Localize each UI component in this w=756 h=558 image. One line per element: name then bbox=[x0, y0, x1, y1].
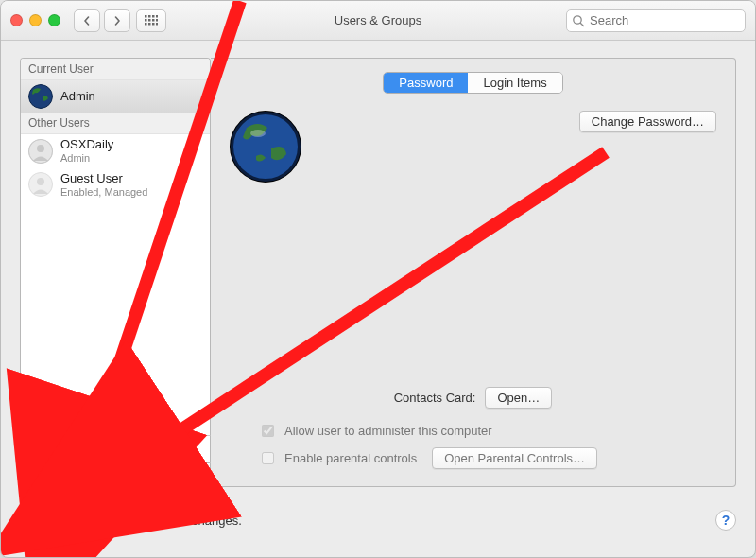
sidebar-toolbar bbox=[20, 462, 211, 487]
user-label: OSXDaily Admin bbox=[60, 138, 113, 165]
show-all-button[interactable] bbox=[136, 9, 166, 32]
help-icon: ? bbox=[722, 513, 730, 528]
tab-password[interactable]: Password bbox=[384, 73, 468, 93]
window-body: Current User Admin Other Users bbox=[1, 41, 755, 557]
user-label: Guest User Enabled, Managed bbox=[60, 172, 147, 199]
user-label: Admin bbox=[60, 90, 95, 104]
annotation-highlight-box bbox=[20, 498, 60, 542]
lock-hint-text: Click the lock to make changes. bbox=[69, 514, 242, 528]
earth-icon bbox=[230, 111, 301, 183]
window-controls bbox=[10, 14, 60, 26]
search-input[interactable] bbox=[566, 9, 746, 32]
main-pane: Password Login Items bbox=[211, 58, 736, 487]
footer: Click the lock to make changes. ? bbox=[20, 487, 736, 546]
change-password-button[interactable]: Change Password… bbox=[579, 111, 716, 132]
svg-point-31 bbox=[250, 130, 266, 137]
help-button[interactable]: ? bbox=[715, 510, 736, 531]
svg-rect-4 bbox=[145, 19, 147, 22]
svg-line-27 bbox=[138, 478, 139, 479]
user-subtitle: Enabled, Managed bbox=[60, 186, 147, 199]
svg-point-20 bbox=[139, 472, 145, 478]
nav-group bbox=[74, 9, 130, 32]
parental-checkbox-label: Enable parental controls bbox=[284, 451, 417, 465]
titlebar: Users & Groups bbox=[1, 1, 755, 41]
admin-checkbox[interactable] bbox=[262, 425, 274, 437]
svg-point-30 bbox=[233, 114, 298, 179]
svg-rect-6 bbox=[152, 19, 155, 22]
remove-user-button[interactable] bbox=[49, 463, 77, 486]
svg-rect-5 bbox=[148, 19, 151, 22]
lock-icon[interactable] bbox=[29, 507, 50, 533]
add-user-button[interactable] bbox=[21, 463, 49, 486]
preferences-window: Users & Groups Current User Admin bbox=[0, 0, 756, 558]
admin-checkbox-label: Allow user to administer this computer bbox=[284, 424, 492, 438]
grid-icon bbox=[145, 15, 158, 26]
svg-rect-11 bbox=[156, 23, 158, 26]
contacts-card-label: Contacts Card: bbox=[394, 391, 476, 405]
user-name: Guest User bbox=[60, 172, 147, 186]
avatar-placeholder-icon bbox=[28, 139, 53, 164]
avatar-earth-icon bbox=[28, 84, 53, 109]
tab-login-items[interactable]: Login Items bbox=[468, 73, 561, 93]
svg-line-13 bbox=[580, 23, 583, 26]
gear-dropdown-icon bbox=[136, 468, 151, 481]
user-row[interactable]: OSXDaily Admin bbox=[21, 134, 210, 168]
chevron-left-icon bbox=[82, 16, 92, 26]
parental-checkbox-row: Enable parental controls Open Parental C… bbox=[258, 447, 716, 469]
tab-bar: Password Login Items bbox=[383, 72, 562, 94]
svg-line-25 bbox=[138, 471, 139, 472]
user-row-current[interactable]: Admin bbox=[21, 80, 210, 113]
user-subtitle: Admin bbox=[60, 152, 113, 165]
close-window-button[interactable] bbox=[10, 14, 23, 26]
search-icon bbox=[572, 14, 585, 27]
svg-rect-8 bbox=[145, 23, 147, 26]
svg-point-19 bbox=[37, 178, 44, 185]
user-list: Current User Admin Other Users bbox=[20, 58, 211, 435]
house-icon bbox=[28, 442, 43, 457]
minimize-window-button[interactable] bbox=[29, 14, 42, 26]
user-row[interactable]: Guest User Enabled, Managed bbox=[21, 168, 210, 202]
svg-rect-2 bbox=[152, 15, 155, 18]
svg-rect-32 bbox=[31, 518, 48, 532]
back-button[interactable] bbox=[74, 9, 100, 32]
svg-rect-10 bbox=[152, 23, 155, 26]
svg-rect-9 bbox=[148, 23, 151, 26]
svg-rect-3 bbox=[156, 15, 158, 18]
avatar-placeholder-icon bbox=[28, 172, 53, 197]
user-picture[interactable] bbox=[230, 111, 301, 183]
svg-line-28 bbox=[145, 471, 146, 472]
users-sidebar: Current User Admin Other Users bbox=[20, 58, 211, 487]
forward-button[interactable] bbox=[104, 9, 130, 32]
open-parental-controls-button[interactable]: Open Parental Controls… bbox=[432, 447, 597, 469]
minus-icon bbox=[58, 469, 69, 480]
plus-icon bbox=[29, 469, 41, 480]
open-contacts-button[interactable]: Open… bbox=[485, 387, 552, 409]
admin-checkbox-row: Allow user to administer this computer bbox=[258, 422, 716, 440]
login-options-button[interactable]: Login Options bbox=[20, 435, 211, 462]
parental-checkbox[interactable] bbox=[262, 452, 274, 464]
chevron-right-icon bbox=[112, 16, 122, 26]
section-header-other: Other Users bbox=[21, 113, 210, 134]
login-options-label: Login Options bbox=[49, 443, 125, 457]
svg-point-17 bbox=[37, 145, 44, 152]
svg-line-26 bbox=[145, 478, 146, 479]
svg-rect-7 bbox=[156, 19, 158, 22]
svg-rect-0 bbox=[145, 15, 147, 18]
user-name: OSXDaily bbox=[60, 138, 113, 152]
actions-menu-button[interactable] bbox=[77, 463, 210, 486]
user-name: Admin bbox=[60, 90, 95, 104]
svg-rect-1 bbox=[148, 15, 151, 18]
section-header-current: Current User bbox=[21, 59, 210, 80]
zoom-window-button[interactable] bbox=[48, 14, 60, 26]
